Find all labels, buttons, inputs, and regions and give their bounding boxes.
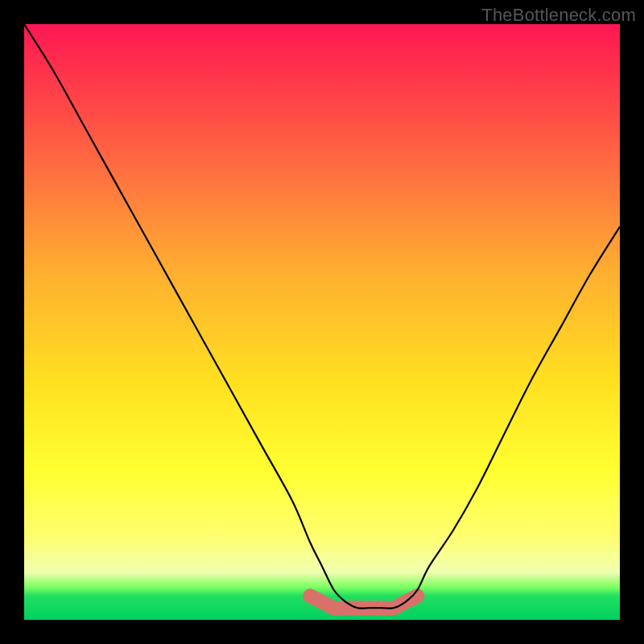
plot-area xyxy=(24,24,620,620)
watermark-text: TheBottleneck.com xyxy=(481,5,636,26)
main-curve xyxy=(24,24,620,609)
bottleneck-chart: TheBottleneck.com xyxy=(0,0,644,644)
highlight-band xyxy=(310,596,417,608)
curve-layer xyxy=(24,24,620,620)
